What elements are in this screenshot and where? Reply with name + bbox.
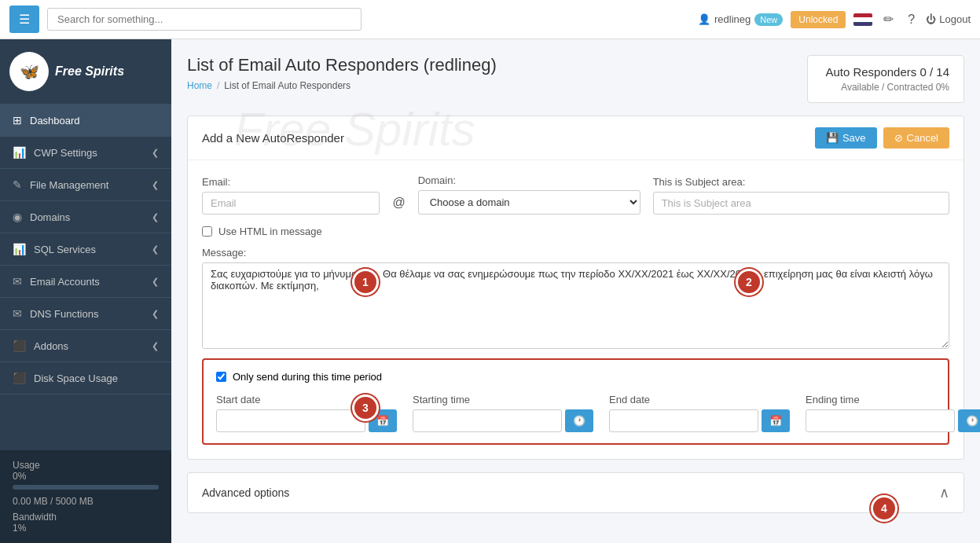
topbar: ☰ 👤 redlineg New Unlocked ✏ ? ⏻ Logout [0, 0, 980, 39]
end-date-input[interactable] [609, 409, 758, 432]
user-icon: 👤 [698, 13, 710, 25]
starting-time-input[interactable] [413, 409, 562, 432]
subject-group: This is Subject area: [653, 176, 949, 215]
sidebar-item-label: Dashboard [30, 115, 80, 127]
domain-label: Domain: [418, 174, 640, 186]
sidebar-item-dashboard[interactable]: ⊞ Dashboard [0, 105, 171, 137]
page-title: List of Email Auto Responders (redlineg) [187, 55, 497, 75]
html-checkbox[interactable] [202, 226, 212, 237]
chevron-icon: ❮ [152, 309, 159, 319]
sidebar-item-addons[interactable]: ⬛ Addons ❮ [0, 330, 171, 362]
page-stats: Auto Responders 0 / 14 Available / Contr… [807, 55, 964, 103]
sidebar-item-left: ◉ Domains [13, 211, 70, 223]
sidebar-item-cwp-settings[interactable]: 📊 CWP Settings ❮ [0, 137, 171, 169]
logout-button[interactable]: ⏻ Logout [926, 13, 971, 25]
help-button[interactable]: ? [905, 9, 918, 30]
sidebar-item-left: ⬛ Addons [13, 339, 68, 352]
step-4: 4 [871, 495, 897, 522]
email-icon: ✉ [13, 275, 22, 288]
save-label: Save [842, 132, 866, 144]
ending-time-input-row: 🕐 [806, 409, 980, 432]
start-date-input[interactable] [216, 409, 365, 432]
breadcrumb-separator: / [217, 80, 219, 91]
email-group: Email: [202, 176, 380, 215]
sidebar-nav: ⊞ Dashboard 📊 CWP Settings ❮ ✎ File Mana… [0, 105, 171, 450]
bandwidth-value: 1% [13, 523, 159, 534]
username: redlineg [714, 13, 751, 25]
sidebar-item-sql-services[interactable]: 📊 SQL Services ❮ [0, 233, 171, 266]
flag-icon [853, 13, 872, 26]
logo-text: Free Spirits [55, 64, 124, 79]
save-button[interactable]: 💾 Save [815, 127, 877, 149]
sidebar-item-left: 📊 CWP Settings [13, 146, 97, 159]
subject-input[interactable] [653, 192, 949, 215]
message-group: Message: Σας ευχαριστούμε για το μήνυμα … [202, 247, 949, 349]
domain-select[interactable]: Choose a domain [418, 190, 640, 215]
starting-time-clock-button[interactable]: 🕐 [565, 409, 593, 432]
message-label: Message: [202, 247, 949, 259]
html-checkbox-label[interactable]: Use HTML in message [218, 226, 322, 237]
ending-time-input[interactable] [806, 409, 955, 432]
dashboard-icon: ⊞ [13, 114, 22, 127]
sidebar-item-email-accounts[interactable]: ✉ Email Accounts ❮ [0, 266, 171, 298]
card-header-actions: 💾 Save ⊘ Cancel [815, 127, 949, 149]
search-input[interactable] [47, 8, 362, 31]
sidebar-item-disk-space-usage[interactable]: ⬛ Disk Space Usage [0, 362, 171, 394]
cancel-button[interactable]: ⊘ Cancel [883, 127, 949, 149]
breadcrumb-current: List of Email Auto Responders [224, 80, 351, 91]
domain-group: Domain: Choose a domain [418, 174, 640, 215]
end-date-calendar-button[interactable]: 📅 [762, 409, 790, 432]
sidebar-item-label: File Management [30, 179, 108, 191]
subject-label: This is Subject area: [653, 176, 949, 188]
sidebar-item-left: ⬛ Disk Space Usage [13, 372, 118, 384]
sidebar: 🦋 Free Spirits ⊞ Dashboard 📊 CWP Setting… [0, 39, 171, 543]
card-body: Email: @ Domain: Choose a domain This is… [188, 160, 963, 459]
step-1: 1 [352, 269, 379, 295]
stats-sub: Available / Contracted 0% [822, 82, 949, 93]
email-input[interactable] [202, 192, 380, 215]
message-textarea[interactable]: Σας ευχαριστούμε για το μήνυμα σας. Θα θ… [202, 262, 949, 349]
sidebar-item-label: CWP Settings [34, 147, 97, 159]
chevron-icon: ❮ [152, 341, 159, 351]
advanced-options-label: Advanced options [202, 486, 289, 499]
breadcrumb-home[interactable]: Home [187, 80, 212, 91]
unlocked-badge: Unlocked [791, 11, 846, 28]
time-period-label[interactable]: Only send during this time period [233, 371, 382, 383]
topbar-right: 👤 redlineg New Unlocked ✏ ? ⏻ Logout [698, 9, 971, 30]
layout: 🦋 Free Spirits ⊞ Dashboard 📊 CWP Setting… [0, 39, 980, 543]
email-label: Email: [202, 176, 380, 188]
sidebar-item-left: ✎ File Management [13, 178, 108, 191]
page-title-block: List of Email Auto Responders (redlineg)… [187, 55, 497, 91]
starting-time-label: Starting time [413, 394, 593, 405]
sidebar-item-dns-functions[interactable]: ✉ DNS Functions ❮ [0, 298, 171, 330]
logout-icon: ⏻ [926, 13, 936, 25]
bandwidth-label: Bandwidth [13, 512, 159, 523]
sidebar-footer: Usage 0% 0.00 MB / 5000 MB Bandwidth 1% [0, 450, 171, 543]
sidebar-item-file-management[interactable]: ✎ File Management ❮ [0, 169, 171, 201]
chevron-icon: ❮ [152, 180, 159, 190]
chevron-icon: ❮ [152, 244, 159, 255]
usage-value: 0% [13, 471, 159, 482]
end-date-input-row: 📅 [609, 409, 790, 432]
sidebar-item-left: ⊞ Dashboard [13, 114, 80, 127]
sidebar-logo: 🦋 Free Spirits [0, 39, 171, 105]
hamburger-button[interactable]: ☰ [9, 6, 39, 33]
end-date-group: End date 📅 [609, 394, 790, 432]
sidebar-item-label: DNS Functions [30, 308, 98, 320]
sidebar-item-label: Disk Space Usage [34, 372, 118, 384]
time-period-checkbox[interactable] [216, 372, 226, 382]
usage-label: Usage [13, 460, 159, 471]
sidebar-item-domains[interactable]: ◉ Domains ❮ [0, 201, 171, 233]
autoresponder-card: Add a New AutoResponder 💾 Save ⊘ Cancel [187, 116, 964, 460]
logo-icon: 🦋 [9, 52, 49, 91]
at-symbol: @ [392, 196, 405, 215]
end-date-label: End date [609, 394, 790, 405]
ending-time-label: Ending time [806, 394, 980, 405]
disk-icon: ⬛ [13, 372, 26, 384]
chevron-icon: ❮ [152, 277, 159, 287]
pencil-button[interactable]: ✏ [880, 9, 897, 30]
ending-time-clock-button[interactable]: 🕐 [958, 409, 980, 432]
page-header: List of Email Auto Responders (redlineg)… [187, 55, 964, 103]
stats-title: Auto Responders 0 / 14 [822, 65, 949, 79]
chevron-up-icon[interactable]: ∧ [939, 484, 949, 501]
